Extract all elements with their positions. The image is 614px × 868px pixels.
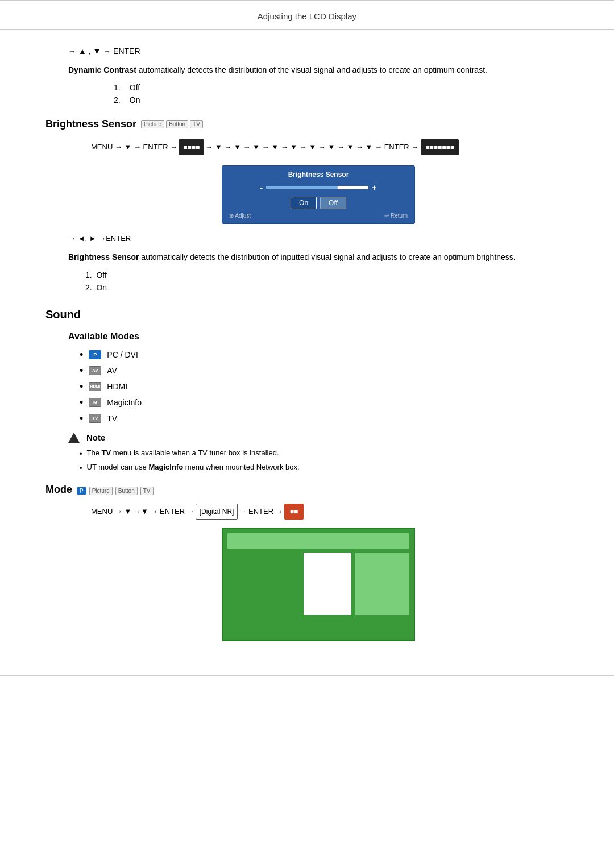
bullet-dot: •: [80, 381, 83, 392]
mode-label-av: AV: [107, 366, 117, 375]
hdmi-icon: HDMI: [89, 382, 101, 391]
mode-badges: P Picture Button TV: [77, 484, 154, 496]
mode-nav-path: MENU → ▼ →▼ → ENTER → [Digital NR] → ENT…: [91, 504, 569, 520]
mode-badge-tv: TV: [140, 487, 154, 495]
badge-button: Button: [166, 120, 188, 128]
bullet-dot: •: [80, 397, 83, 408]
mode-badge-button: Button: [115, 487, 138, 495]
tv-icon: TV: [89, 414, 101, 423]
slider-track: [266, 186, 368, 189]
page: Adjusting the LCD Display → ▲ , ▼ → ENTE…: [0, 0, 614, 676]
brightness-sensor-nav-path: MENU → ▼ → ENTER → ■■■■ → ▼ → ▼ → ▼ → ▼ …: [91, 139, 569, 155]
bullet-dot: •: [80, 413, 83, 423]
slider-minus-icon: -: [260, 183, 263, 192]
menu-diagram-slider: - +: [229, 183, 408, 192]
page-header: Adjusting the LCD Display: [0, 1, 614, 30]
badge-tv: TV: [190, 120, 203, 128]
badge-picture: Picture: [141, 120, 164, 128]
pc-icon: P: [89, 350, 101, 359]
mode-display-left: [227, 553, 300, 615]
list-item: 1. Off: [114, 83, 569, 92]
brightness-sensor-menu-diagram: Brightness Sensor - + On Off ⊕ Adjust ↩ …: [222, 165, 415, 224]
dynamic-contrast-section: → ▲ , ▼ → ENTER Dynamic Contrast automat…: [68, 47, 569, 105]
brightness-sensor-content: MENU → ▼ → ENTER → ■■■■ → ▼ → ▼ → ▼ → ▼ …: [68, 139, 569, 292]
mode-display-bottom: [227, 618, 409, 636]
mode-display-top-bar: [227, 533, 409, 549]
nav-red-box: ■■: [284, 504, 304, 520]
mode-badge-picture: Picture: [89, 487, 113, 495]
brightness-sensor-badges: Picture Button TV: [141, 120, 203, 128]
mode-display-box: [222, 528, 415, 641]
menu-diagram-title: Brightness Sensor: [229, 171, 408, 178]
nav-arrows-line: → ▲ , ▼ → ENTER: [68, 47, 569, 56]
digital-nr-label: [Digital NR]: [196, 504, 238, 520]
mode-item-av: • AV AV: [80, 366, 569, 376]
mode-display-center: [304, 553, 351, 615]
note-list: • The TV menu is available when a TV tun…: [80, 448, 569, 472]
off-button[interactable]: Off: [320, 197, 346, 209]
available-modes-heading: Available Modes: [68, 331, 569, 342]
mode-list: • P PC / DVI • AV AV • HDMI HDMI • M Mag…: [80, 350, 569, 423]
bottom-rule: [0, 675, 614, 676]
note-block: Note • The TV menu is available when a T…: [68, 433, 569, 472]
menu-diagram-buttons[interactable]: On Off: [229, 197, 408, 209]
brightness-sensor-heading: Brightness Sensor Picture Button TV: [45, 118, 569, 130]
note-item-1: • The TV menu is available when a TV tun…: [80, 448, 569, 458]
dynamic-contrast-list: 1. Off 2. On: [97, 83, 569, 105]
mode-item-magicinfo: • M MagicInfo: [80, 397, 569, 408]
mode-display-middle: [227, 553, 409, 615]
arrow-nav-brightness: → ◄, ► →ENTER: [68, 234, 569, 243]
mode-label-tv: TV: [107, 414, 117, 423]
slider-plus-icon: +: [372, 183, 376, 192]
list-item: 2. On: [114, 95, 569, 105]
mode-item-pc: • P PC / DVI: [80, 350, 569, 360]
nav-black-box-1: ■■■■: [179, 139, 204, 155]
magicinfo-icon: M: [89, 398, 101, 407]
nav-black-box-2: ■■■■■■■: [421, 139, 459, 155]
mode-label-magicinfo: MagicInfo: [107, 398, 142, 407]
av-icon: AV: [89, 366, 101, 375]
mode-item-tv: • TV TV: [80, 413, 569, 423]
menu-diagram-footer: ⊕ Adjust ↩ Return: [229, 213, 408, 219]
mode-display-right: [355, 553, 409, 615]
note-icon: [68, 433, 80, 443]
bullet-dot: •: [80, 350, 83, 360]
on-button[interactable]: On: [291, 197, 317, 209]
slider-fill: [266, 186, 338, 189]
mode-item-hdmi: • HDMI HDMI: [80, 381, 569, 392]
mode-label-hdmi: HDMI: [107, 382, 127, 391]
mode-label-pc: PC / DVI: [107, 350, 138, 359]
mode-badge-pc: P: [77, 487, 86, 495]
content-area: → ▲ , ▼ → ENTER Dynamic Contrast automat…: [0, 30, 614, 664]
brightness-sensor-description: Brightness Sensor automatically detects …: [68, 251, 569, 263]
sound-heading: Sound: [45, 308, 569, 321]
brightness-sensor-list: 1. Off 2. On: [68, 271, 569, 292]
note-item-2: • UT model can use MagicInfo menu when m…: [80, 463, 569, 472]
note-heading: Note: [68, 433, 569, 443]
mode-section-heading: Mode P Picture Button TV: [45, 484, 569, 496]
bullet-dot: •: [80, 366, 83, 376]
page-title: Adjusting the LCD Display: [258, 11, 356, 21]
list-item-off: 1. Off: [85, 271, 569, 280]
mode-nav-section: MENU → ▼ →▼ → ENTER → [Digital NR] → ENT…: [68, 504, 569, 641]
list-item-on: 2. On: [85, 283, 569, 292]
dynamic-contrast-description: Dynamic Contrast automatically detects t…: [68, 64, 569, 76]
